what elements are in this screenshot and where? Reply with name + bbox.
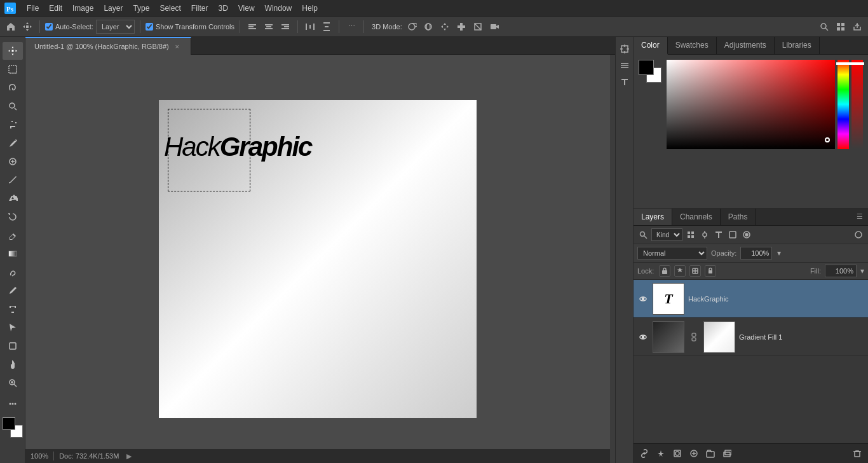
sub-tab-paths[interactable]: Paths	[721, 209, 756, 225]
hand-tool[interactable]	[3, 356, 23, 373]
sub-tab-channels[interactable]: Channels	[672, 209, 721, 225]
lock-position-btn[interactable]	[674, 265, 686, 277]
search-btn[interactable]	[817, 20, 831, 34]
pen-tool[interactable]	[3, 282, 23, 300]
layer-visibility-hackgraphic[interactable]	[637, 293, 649, 305]
kind-filter-select[interactable]: Kind	[651, 228, 682, 241]
add-group-btn[interactable]	[703, 446, 717, 460]
auto-select-checkbox[interactable]	[45, 23, 53, 31]
quick-select-tool[interactable]	[3, 97, 23, 115]
lock-all-btn[interactable]	[705, 265, 716, 277]
layer-visibility-gradient[interactable]	[637, 331, 649, 343]
menu-3d[interactable]: 3D	[213, 3, 233, 14]
sub-tab-layers[interactable]: Layers	[634, 209, 672, 225]
more-options-btn[interactable]: ⋯	[344, 20, 358, 34]
add-style-btn[interactable]	[654, 446, 668, 460]
grid-view-btn[interactable]	[834, 20, 848, 34]
filter-pixel-icon[interactable]	[685, 229, 696, 240]
foreground-color[interactable]	[3, 417, 15, 430]
layer-select[interactable]: Layer Group	[96, 20, 135, 34]
add-layer-btn[interactable]	[720, 446, 734, 460]
gradient-tool[interactable]	[3, 245, 23, 263]
delete-layer-btn[interactable]	[850, 446, 864, 460]
document-tab[interactable]: Untitled-1 @ 100% (HackGraphic, RGB/8#) …	[25, 37, 191, 55]
menu-window[interactable]: Window	[260, 3, 297, 14]
distribute-h-btn[interactable]	[303, 20, 317, 34]
color-sampler-icon[interactable]	[618, 42, 632, 56]
brush-tool[interactable]	[3, 171, 23, 189]
distribute-v-btn[interactable]	[320, 20, 334, 34]
move-tool-btn[interactable]	[20, 20, 34, 34]
color-gradient-field[interactable]	[667, 60, 835, 149]
home-button[interactable]	[4, 20, 18, 34]
lock-pixels-btn[interactable]	[659, 265, 670, 277]
fg-color-swatch[interactable]	[639, 60, 654, 75]
add-adjustment-btn[interactable]	[687, 446, 701, 460]
share-btn[interactable]	[850, 20, 864, 34]
menu-help[interactable]: Help	[297, 3, 323, 14]
align-left-btn[interactable]	[245, 20, 259, 34]
filter-search-icon[interactable]	[637, 229, 649, 240]
tab-swatches[interactable]: Swatches	[668, 37, 717, 54]
filter-type-icon[interactable]	[713, 229, 724, 240]
filter-adjustment-icon[interactable]	[699, 229, 710, 240]
lock-artboard-btn[interactable]	[689, 265, 701, 277]
layer-item-hackgraphic[interactable]: T HackGraphic	[634, 280, 868, 318]
filter-toggle-btn[interactable]	[853, 229, 864, 240]
properties-icon[interactable]	[618, 59, 632, 73]
fg-bg-colors[interactable]	[639, 60, 661, 83]
align-center-btn[interactable]	[262, 20, 276, 34]
eyedropper-tool[interactable]	[3, 134, 23, 152]
hue-slider[interactable]	[837, 60, 849, 149]
align-right-btn[interactable]	[278, 20, 292, 34]
history-brush-tool[interactable]	[3, 208, 23, 226]
zoom-tool[interactable]	[3, 374, 23, 392]
layers-panel-options-btn[interactable]: ☰	[851, 209, 868, 225]
3d-pan-btn[interactable]	[438, 20, 452, 34]
layer-item-gradient-fill[interactable]: Gradient Fill 1	[634, 318, 868, 356]
move-tool[interactable]	[3, 42, 23, 60]
show-transform-checkbox[interactable]	[146, 23, 153, 31]
3d-orbit-btn[interactable]	[421, 20, 435, 34]
filter-smart-icon[interactable]	[741, 229, 752, 240]
3d-rotate-btn[interactable]	[405, 20, 419, 34]
heal-tool[interactable]	[3, 153, 23, 170]
opacity-chevron[interactable]: ▾	[777, 249, 781, 258]
menu-select[interactable]: Select	[154, 3, 186, 14]
tab-color[interactable]: Color	[634, 37, 668, 55]
tab-close-btn[interactable]: ×	[173, 42, 182, 51]
filter-shape-icon[interactable]	[727, 229, 738, 240]
3d-video-btn[interactable]	[487, 20, 501, 34]
tab-adjustments[interactable]: Adjustments	[717, 37, 775, 54]
menu-image[interactable]: Image	[67, 3, 98, 14]
lasso-tool[interactable]	[3, 79, 23, 97]
alpha-slider[interactable]	[851, 60, 863, 149]
dodge-tool[interactable]	[3, 263, 23, 281]
clone-stamp-tool[interactable]	[3, 190, 23, 207]
more-tools-btn[interactable]	[3, 395, 23, 413]
menu-type[interactable]: Type	[128, 3, 154, 14]
fg-bg-color-selector[interactable]	[3, 417, 23, 438]
marquee-tool[interactable]	[3, 60, 23, 78]
fill-chevron[interactable]: ▾	[860, 266, 864, 275]
tab-libraries[interactable]: Libraries	[775, 37, 820, 54]
canvas-status-arrow[interactable]: ▶	[124, 451, 134, 461]
menu-layer[interactable]: Layer	[98, 3, 128, 14]
menu-file[interactable]: File	[22, 3, 44, 14]
3d-slide-btn[interactable]	[454, 20, 468, 34]
link-layers-btn[interactable]	[637, 446, 651, 460]
shape-tool[interactable]	[3, 337, 23, 355]
crop-tool[interactable]	[3, 116, 23, 134]
blend-mode-select[interactable]: Normal Dissolve Multiply Screen Overlay	[637, 247, 707, 259]
eraser-tool[interactable]	[3, 226, 23, 244]
3d-scale-btn[interactable]	[471, 20, 485, 34]
menu-view[interactable]: View	[233, 3, 260, 14]
font-icon[interactable]	[618, 75, 632, 89]
add-mask-btn[interactable]	[670, 446, 684, 460]
menu-edit[interactable]: Edit	[44, 3, 67, 14]
path-select-tool[interactable]	[3, 319, 23, 336]
fill-input[interactable]	[825, 265, 857, 277]
text-tool[interactable]	[3, 300, 23, 318]
menu-filter[interactable]: Filter	[186, 3, 214, 14]
opacity-input[interactable]	[740, 247, 772, 259]
